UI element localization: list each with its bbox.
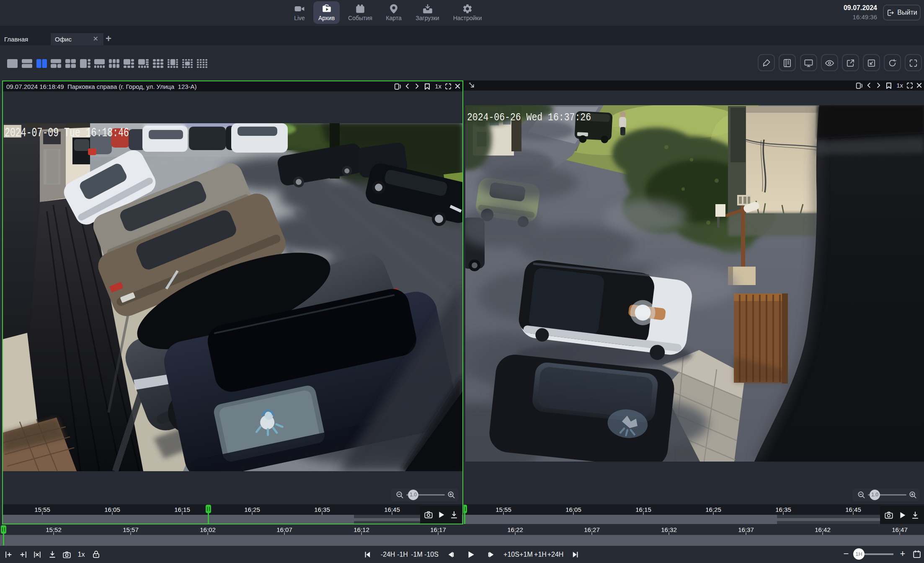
svg-text:2024-06-26 Wed 16:37:26: 2024-06-26 Wed 16:37:26 xyxy=(467,111,591,124)
svg-text:2024-07-09 Tue 16:18:46: 2024-07-09 Tue 16:18:46 xyxy=(5,126,129,140)
